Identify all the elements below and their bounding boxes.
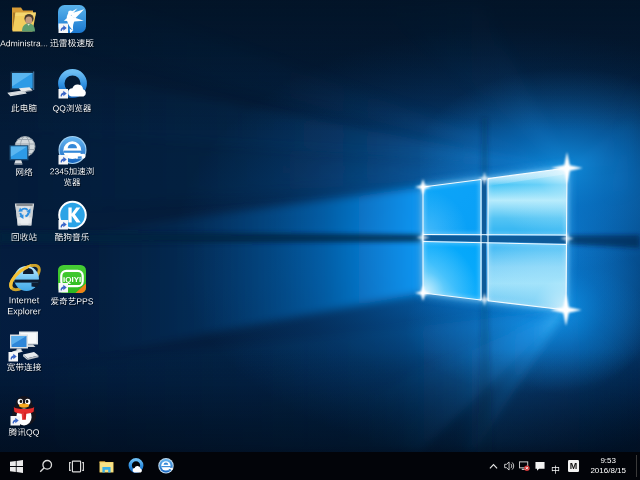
svg-text:M: M — [570, 461, 578, 471]
svg-text:iQIYI: iQIYI — [63, 274, 81, 283]
